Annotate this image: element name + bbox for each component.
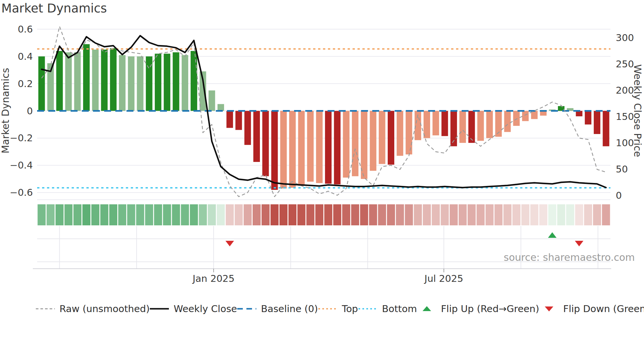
dynamics-bar [218,104,224,111]
heatmap-cell [324,204,332,225]
heatmap-cell [593,204,601,225]
heatmap-cell [100,204,108,225]
heatmap-cell [530,204,538,225]
dynamics-bar [397,111,403,156]
heatmap-cell [369,204,377,225]
dashed-line-swatch-icon [35,305,55,313]
dynamics-bar [289,111,296,188]
left-axis-title: Market Dynamics [0,25,12,196]
heatmap-cell [181,204,189,225]
dynamics-bar [92,50,99,111]
dynamics-bar [522,111,529,121]
dynamics-bar [226,111,233,128]
heatmap-cell [387,204,395,225]
heatmap-cell [575,204,583,225]
flip-down-marker [575,241,584,246]
dynamics-bar [209,90,215,111]
legend-item-flip-down: Flip Down (Green→Red) [539,303,644,314]
heatmap-cell [127,204,135,225]
heatmap-cell [163,204,171,225]
legend-item-bottom: Bottom [358,303,417,314]
dotted-line-swatch-icon [318,305,338,313]
heatmap-cell [172,204,180,225]
heatmap-cell [351,204,359,225]
heatmap-cell [459,204,467,225]
legend-label-raw: Raw (unsmoothed) [59,303,150,314]
heatmap-cell [441,204,448,225]
left-axis-tick-label: −0.4 [10,160,33,171]
heatmap-cell [64,204,72,225]
dynamics-bar [334,111,340,185]
heatmap-cell [306,204,314,225]
legend-label-flip-up: Flip Up (Red→Green) [441,303,539,314]
dynamics-bar [468,111,475,143]
legend-label-weekly-close: Weekly Close [173,303,237,314]
heatmap-cell [235,204,242,225]
dynamics-bar [56,51,63,111]
dynamics-bar [280,111,287,189]
dynamics-bar [352,111,358,176]
flip-up-triangle-icon [417,305,437,313]
left-axis-tick-label: 0 [27,105,33,117]
heatmap-cell [432,204,440,225]
heatmap-cell [280,204,288,225]
heatmap-cell [548,204,556,225]
heatmap-cell [82,204,90,225]
right-axis-tick-label: 50 [616,164,628,175]
dynamics-bar [262,111,269,176]
dynamics-bar [486,111,493,138]
legend-label-baseline: Baseline (0) [261,303,318,314]
dynamics-bar [406,111,412,155]
heatmap-cell [297,204,305,225]
dynamics-bar [38,57,45,111]
legend-item-weekly-close: Weekly Close [150,303,237,314]
left-axis-tick-label: 0.4 [18,51,33,62]
dynamics-bar [137,57,144,111]
dynamics-bar [361,111,367,179]
right-axis-tick-label: 0 [616,190,622,201]
dynamics-bar [379,111,385,164]
heatmap-cell [154,204,162,225]
heatmap-cell [468,204,475,225]
heatmap-cell [262,204,269,225]
dynamics-bar [432,111,439,136]
left-axis-tick-label: 0.6 [18,24,33,35]
dynamics-bar [253,111,260,162]
heatmap-cell [253,204,261,225]
heatmap-cell [486,204,494,225]
heatmap-cell [190,204,198,225]
heatmap-cell [503,204,511,225]
dynamics-bar [307,111,314,182]
dynamics-bar [325,111,332,184]
heatmap-cell [557,204,565,225]
heatmap-cell [208,204,216,225]
long-dash-line-swatch-icon [237,305,257,313]
heatmap-cell [226,204,234,225]
heatmap-cell [333,204,341,225]
dynamics-bar [119,55,126,111]
heatmap-cell [244,204,252,225]
heatmap-cell [145,204,153,225]
dynamics-bar [101,50,107,111]
legend-label-flip-down: Flip Down (Green→Red) [563,303,644,314]
heatmap-cell [91,204,99,225]
dynamics-bar [271,111,278,190]
dynamics-bar [477,111,484,141]
source-credit: source: sharemaestro.com [504,252,635,263]
dotted-line-swatch-icon [358,305,378,313]
dynamics-bar [164,54,170,111]
dynamics-bar [504,111,511,132]
heatmap-cell [56,204,63,225]
dynamics-bar [173,52,179,111]
heatmap-cell [47,204,55,225]
right-axis-title: Weekly Close Price [631,25,644,196]
dynamics-bar [298,111,305,186]
dynamics-bar [424,111,430,138]
heatmap-cell [494,204,502,225]
heatmap-cell [360,204,368,225]
legend-item-baseline: Baseline (0) [237,303,318,314]
legend-label-bottom: Bottom [382,303,417,314]
dynamics-bar [459,111,466,143]
dynamics-bar [603,111,609,147]
left-axis-tick-label: −0.2 [10,132,33,144]
